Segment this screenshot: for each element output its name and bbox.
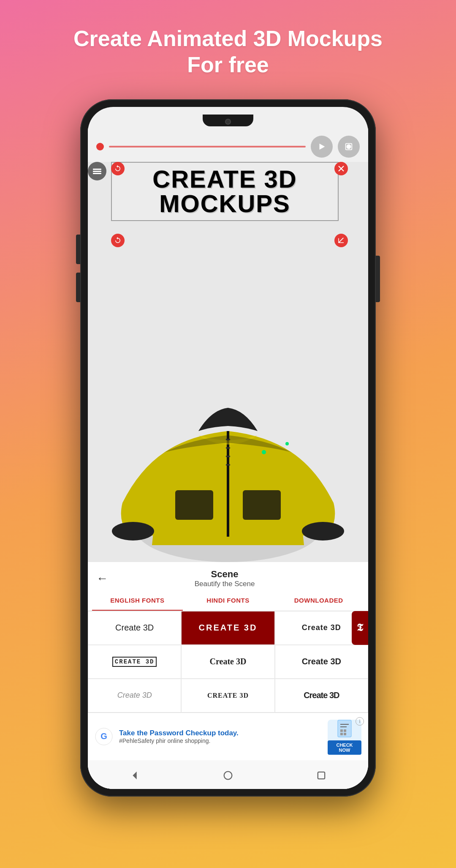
scene-title-block: Scene Beautify the Scene <box>115 569 334 588</box>
font-option-clean-bold[interactable]: Create 3D <box>275 679 368 712</box>
font-sidebar-button[interactable]: 𝕿 <box>352 611 368 645</box>
svg-point-30 <box>224 771 232 779</box>
font-preview-normal: Create 3D <box>115 623 154 633</box>
ad-info-icon[interactable]: i <box>356 717 364 726</box>
tab-hindi-fonts[interactable]: HINDI FONTS <box>183 591 274 611</box>
bottom-panel: ← Scene Beautify the Scene ENGLISH FONTS… <box>88 562 368 789</box>
svg-text:G: G <box>100 732 107 741</box>
svg-point-19 <box>285 442 289 445</box>
svg-rect-26 <box>344 729 346 732</box>
font-preview-crossout: Create 3D <box>302 623 341 632</box>
svg-rect-17 <box>243 490 281 520</box>
scene-subtitle: Beautify the Scene <box>115 580 334 588</box>
font-preview-sans-bold: Create 3D <box>302 657 341 666</box>
tab-downloaded[interactable]: DOWNLOADED <box>273 591 364 611</box>
svg-point-1 <box>347 144 351 149</box>
handle-resize[interactable] <box>334 234 348 247</box>
svg-marker-0 <box>320 143 325 150</box>
font-option-blackletter[interactable]: CREATE 3D <box>181 679 274 712</box>
svg-rect-5 <box>93 169 101 170</box>
svg-rect-4 <box>93 171 101 172</box>
svg-point-18 <box>262 450 266 454</box>
font-t-icon: 𝕿 <box>357 622 363 633</box>
ad-subtext: #PehleSafety phir online shopping. <box>119 737 322 744</box>
text-overlay-box[interactable]: CREATE 3D MOCKUPS <box>111 162 339 221</box>
app-header: Create Animated 3D Mockups For free <box>73 25 383 78</box>
svg-marker-29 <box>133 771 136 779</box>
navigation-bar <box>88 760 368 789</box>
svg-rect-16 <box>175 490 213 520</box>
ad-text-block: Take the Password Checkup today. #PehleS… <box>119 729 322 744</box>
font-preview-thin: Create 3D <box>117 691 152 700</box>
ad-link-text[interactable]: Take the Password Checkup today. <box>119 729 322 737</box>
font-option-thin[interactable]: Create 3D <box>88 679 181 712</box>
ad-image: CHECK NOW <box>328 720 361 753</box>
nav-recents-button[interactable] <box>314 768 329 783</box>
svg-rect-27 <box>340 733 343 735</box>
nav-back-button[interactable] <box>127 768 142 783</box>
phone-device: CREATE 3D MOCKUPS <box>80 99 376 797</box>
ad-banner: i G Take the Password Checkup today. #Pe… <box>88 712 368 760</box>
handle-refresh[interactable] <box>111 234 125 247</box>
font-option-serif[interactable]: Create 3D <box>181 645 274 679</box>
font-preview-impact: CREATE 3D <box>199 623 258 633</box>
check-now-button[interactable]: CHECK NOW <box>328 740 361 755</box>
timeline-track <box>109 146 306 147</box>
font-preview-serif: Create 3D <box>210 657 247 666</box>
volume-down-button[interactable] <box>76 273 80 302</box>
nav-home-button[interactable] <box>220 768 236 783</box>
svg-rect-31 <box>318 772 325 779</box>
layers-button[interactable] <box>88 162 106 180</box>
header-title: Create Animated 3D Mockups <box>73 25 383 52</box>
handle-rotate[interactable] <box>111 162 125 175</box>
timeline-dot <box>96 143 104 150</box>
play-button[interactable] <box>311 136 333 158</box>
header-subtitle: For free <box>73 52 383 78</box>
font-tabs: ENGLISH FONTS HINDI FONTS DOWNLOADED <box>88 591 368 611</box>
handle-close[interactable] <box>334 162 348 175</box>
phone-notch <box>203 115 253 126</box>
svg-rect-25 <box>340 729 343 732</box>
back-button[interactable]: ← <box>96 572 108 585</box>
font-preview-stencil: CREATE 3D <box>112 657 157 667</box>
font-preview-blackletter: CREATE 3D <box>207 692 249 699</box>
font-option-impact-selected[interactable]: CREATE 3D <box>181 611 274 645</box>
svg-point-9 <box>112 522 154 540</box>
svg-rect-28 <box>344 733 346 735</box>
font-option-stencil[interactable]: CREATE 3D <box>88 645 181 679</box>
phone-screen: CREATE 3D MOCKUPS <box>88 107 368 789</box>
canvas-text: CREATE 3D MOCKUPS <box>118 167 332 216</box>
tab-english-fonts[interactable]: ENGLISH FONTS <box>92 591 183 611</box>
scene-title: Scene <box>115 569 334 580</box>
svg-rect-3 <box>93 173 101 174</box>
canvas-area: CREATE 3D MOCKUPS <box>88 162 368 562</box>
font-option-sans-bold[interactable]: Create 3D <box>275 645 368 679</box>
font-preview-clean-bold: Create 3D <box>304 691 339 700</box>
font-option-normal[interactable]: Create 3D <box>88 611 181 645</box>
scene-header: ← Scene Beautify the Scene <box>88 562 368 591</box>
timeline-bar <box>88 128 368 162</box>
svg-point-10 <box>302 522 344 540</box>
google-ad-icon: G <box>95 727 113 746</box>
record-button[interactable] <box>338 136 360 158</box>
volume-up-button[interactable] <box>76 235 80 264</box>
app-content: CREATE 3D MOCKUPS <box>88 128 368 789</box>
power-button[interactable] <box>376 256 380 302</box>
jacket-image <box>88 308 368 562</box>
front-camera <box>225 119 231 125</box>
